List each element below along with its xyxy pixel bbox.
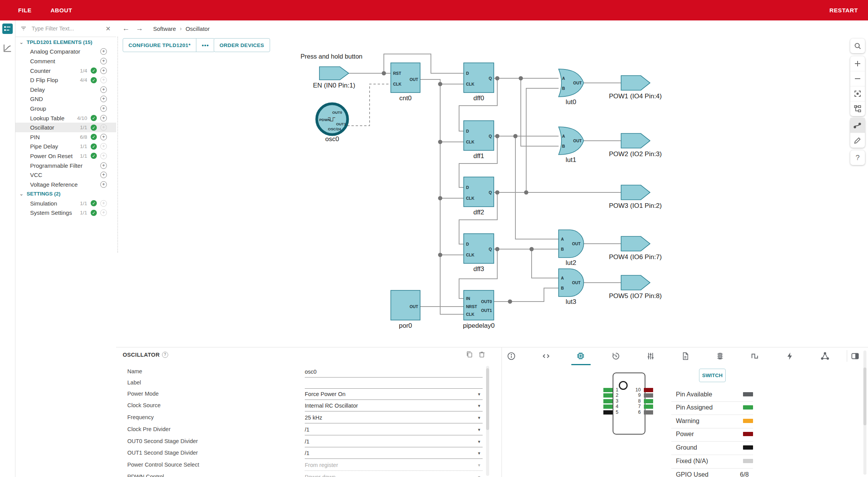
clock-source-select[interactable]: Internal RC Oscillator▼ xyxy=(305,400,483,411)
clock-pre-divider-select[interactable]: /1▼ xyxy=(305,424,483,435)
tab-package[interactable] xyxy=(573,348,588,364)
block-dff0[interactable]: D CLK Q dff0 xyxy=(464,63,494,102)
sidebar-item-gnd[interactable]: GND+ xyxy=(15,94,116,104)
add-icon[interactable]: + xyxy=(100,134,107,140)
elements-panel-icon[interactable] xyxy=(2,24,13,34)
sidebar-item-simulation[interactable]: Simulation1/1✓+ xyxy=(15,199,116,208)
add-icon[interactable]: + xyxy=(100,67,107,74)
add-icon[interactable]: + xyxy=(100,48,107,55)
menu-about[interactable]: ABOUT xyxy=(51,7,72,13)
frequency-select[interactable]: 25 kHz▼ xyxy=(305,412,483,423)
add-icon[interactable]: + xyxy=(100,86,107,93)
add-icon[interactable]: + xyxy=(100,162,107,169)
sidebar-item-counter[interactable]: Counter1/4✓+ xyxy=(15,66,116,76)
search-icon[interactable] xyxy=(850,39,865,53)
block-dff3[interactable]: D CLK Q dff3 xyxy=(464,234,494,273)
tree-section-settings[interactable]: ⌄ SETTINGS (2) xyxy=(15,189,116,199)
menu-file[interactable]: FILE xyxy=(18,7,32,13)
block-lut3[interactable]: A B OUT lut3 xyxy=(559,269,584,305)
sidebar-item-power-on-reset[interactable]: Power On Reset1/1✓+ xyxy=(15,151,116,161)
add-icon[interactable]: + xyxy=(100,58,107,64)
out1-divider-select[interactable]: /1▼ xyxy=(305,448,483,459)
block-dff2[interactable]: D CLK Q dff2 xyxy=(464,177,494,216)
out0-divider-select[interactable]: /1▼ xyxy=(305,436,483,447)
pin-7[interactable] xyxy=(644,405,653,409)
sidebar-item-pipe-delay[interactable]: Pipe Delay1/1✓+ xyxy=(15,142,116,152)
sidebar-item-delay[interactable]: Delay+ xyxy=(15,85,116,94)
sidebar-item-pin[interactable]: PIN6/8✓+ xyxy=(15,132,116,142)
block-osc0[interactable]: OUT0 PDWN OUT1 OSC/24 osc0 xyxy=(317,104,348,143)
configure-button[interactable]: CONFIGURE TPLD1201* xyxy=(123,39,196,52)
block-lut1[interactable]: A B OUT lut1 xyxy=(559,127,584,163)
filter-input[interactable] xyxy=(31,25,106,32)
power-mode-select[interactable]: Force Power On▼ xyxy=(305,389,483,400)
sidebar-item-oscillator[interactable]: Oscillator1/1✓+ xyxy=(15,123,116,132)
tab-document[interactable] xyxy=(677,348,693,364)
zoom-in-icon[interactable] xyxy=(850,56,865,71)
block-pow3[interactable]: POW3 (IO1 Pin:2) xyxy=(609,185,662,209)
pin-10[interactable] xyxy=(644,388,653,392)
add-icon[interactable]: + xyxy=(100,105,107,112)
tab-code[interactable] xyxy=(538,348,554,364)
label-field[interactable] xyxy=(305,378,483,389)
breadcrumb-software[interactable]: Software xyxy=(153,25,176,32)
pin-4[interactable] xyxy=(603,405,613,409)
tab-register-map[interactable] xyxy=(712,348,728,364)
pin-5[interactable] xyxy=(603,410,613,415)
probe-pen-icon[interactable] xyxy=(850,133,865,148)
pin-6[interactable] xyxy=(644,410,653,415)
restart-button[interactable]: RESTART xyxy=(829,0,858,20)
add-icon[interactable]: + xyxy=(100,96,107,102)
block-pow4[interactable]: POW4 (IO6 Pin:7) xyxy=(609,236,662,261)
panel-toggle-button[interactable] xyxy=(847,348,863,364)
tab-route[interactable] xyxy=(817,348,833,364)
order-devices-button[interactable]: ORDER DEVICES xyxy=(214,38,270,52)
block-pow2[interactable]: POW2 (IO2 Pin:3) xyxy=(609,133,662,158)
block-lut2[interactable]: A B OUT lut2 xyxy=(559,230,584,266)
block-dff1[interactable]: D CLK Q dff1 xyxy=(464,121,494,160)
wire-route-icon[interactable] xyxy=(850,118,865,133)
sidebar-item-group[interactable]: Group+ xyxy=(15,104,116,113)
sidebar-item-voltage-reference[interactable]: Voltage Reference+ xyxy=(15,180,116,189)
copy-icon[interactable] xyxy=(466,351,473,360)
auto-layout-icon[interactable] xyxy=(850,101,865,116)
pin-8[interactable] xyxy=(644,399,653,403)
add-icon[interactable]: + xyxy=(100,172,107,178)
zoom-out-icon[interactable] xyxy=(850,71,865,86)
breadcrumb-oscillator[interactable]: Oscillator xyxy=(186,25,210,32)
properties-scrollbar[interactable] xyxy=(486,366,489,476)
tab-power[interactable] xyxy=(782,348,797,364)
back-arrow-icon[interactable]: ← xyxy=(122,24,130,33)
pin-9[interactable] xyxy=(644,393,653,398)
scrollbar-thumb[interactable] xyxy=(863,367,866,425)
filter-clear-icon[interactable]: ✕ xyxy=(106,25,111,32)
tab-waveform[interactable] xyxy=(747,348,763,364)
sidebar-item-system-settings[interactable]: System Settings1/1✓+ xyxy=(15,208,116,218)
sidebar-item-vcc[interactable]: VCC+ xyxy=(15,170,116,180)
help-icon[interactable]: ? xyxy=(850,150,865,165)
device-panel-scrollbar[interactable] xyxy=(863,351,866,475)
add-icon[interactable]: + xyxy=(100,181,107,188)
schematic-canvas[interactable]: Press and hold button EN (IN0 Pin:1) RST… xyxy=(116,37,868,347)
sidebar-item-programmable-filter[interactable]: Programmable Filter+ xyxy=(15,161,116,170)
sidebar-item-lookup-table[interactable]: Lookup Table4/10✓+ xyxy=(15,113,116,123)
tab-info[interactable] xyxy=(503,348,519,364)
help-icon[interactable]: ? xyxy=(162,352,168,358)
pin-1[interactable] xyxy=(603,388,613,392)
sidebar-item-d-flip-flop[interactable]: D Flip Flop4/4✓+ xyxy=(15,75,116,85)
pin-3[interactable] xyxy=(603,399,613,403)
more-options-button[interactable]: ••• xyxy=(196,39,214,52)
pin-2[interactable] xyxy=(603,393,613,398)
block-pow5[interactable]: POW5 (IO7 Pin:8) xyxy=(609,275,662,300)
tab-history[interactable] xyxy=(608,348,623,364)
block-cnt0[interactable]: RST CLK OUT cnt0 xyxy=(391,63,420,102)
forward-arrow-icon[interactable]: → xyxy=(136,24,143,33)
add-icon[interactable]: + xyxy=(100,115,107,121)
sidebar-item-analog-comparator[interactable]: Analog Comparator+ xyxy=(15,47,116,57)
switch-package-button[interactable]: SWITCH xyxy=(699,369,726,382)
block-lut0[interactable]: A B OUT lut0 xyxy=(559,69,584,106)
waveform-viewer-icon[interactable] xyxy=(2,43,13,53)
scrollbar-thumb[interactable] xyxy=(486,368,489,430)
block-en[interactable]: EN (IN0 Pin:1) xyxy=(313,67,355,89)
sidebar-item-comment[interactable]: Comment+ xyxy=(15,56,116,66)
